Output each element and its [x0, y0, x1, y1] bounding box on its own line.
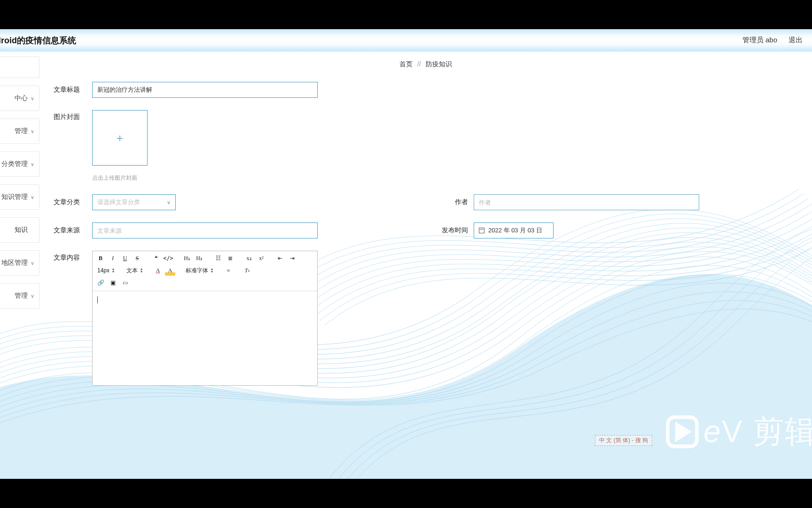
sidebar-item-3[interactable]: 分类管理∨ [0, 151, 39, 177]
italic-icon[interactable]: I [108, 253, 118, 263]
editor-toolbar: B I U S ❝ </> H₁ H₂ ☷ ≣ [93, 251, 317, 291]
label-source: 文章来源 [54, 226, 86, 235]
sidebar-item-7[interactable]: 管理∨ [0, 283, 39, 309]
cover-hint: 点击上传图片封面 [92, 174, 148, 182]
font-color-icon[interactable]: A [153, 265, 163, 276]
chevron-down-icon: ∨ [167, 199, 171, 206]
sidebar-item-2[interactable]: 管理∨ [0, 119, 39, 144]
label-cover: 图片封面 [54, 110, 86, 121]
bg-color-icon[interactable]: A [165, 265, 175, 276]
app-title: ndroid的疫情信息系统 [0, 35, 76, 46]
sidebar: ∨ 中心∨ 管理∨ 分类管理∨ 知识管理∨ 知识∨ 地区管理∨ 管理∨ [0, 52, 39, 479]
breadcrumb-current: 防疫知识 [426, 60, 452, 68]
label-category: 文章分类 [54, 198, 86, 206]
text-type-select[interactable]: 文本 ▴▾ [125, 265, 144, 276]
ul-icon[interactable]: ≣ [225, 253, 235, 263]
align-icon[interactable]: ≡ [223, 265, 234, 276]
label-publish: 发布时间 [440, 226, 468, 235]
ime-indicator: 中 文 (简 体) - 搜 狗 [595, 435, 652, 446]
label-title: 文章标题 [54, 86, 86, 94]
header-bar: ndroid的疫情信息系统 管理员 abo 退出 [0, 29, 812, 52]
category-select[interactable]: 请选择文章分类 ∨ [92, 194, 176, 210]
title-input[interactable] [92, 82, 318, 98]
underline-icon[interactable]: U [120, 253, 130, 263]
breadcrumb: 首页 // 防疫知识 [54, 60, 798, 69]
outdent-icon[interactable]: ⇤ [275, 253, 285, 263]
editor-content[interactable] [93, 291, 317, 385]
h2-icon[interactable]: H₂ [194, 253, 204, 263]
bold-icon[interactable]: B [95, 253, 106, 263]
play-icon [670, 418, 695, 445]
label-content: 文章内容 [54, 251, 86, 262]
h1-icon[interactable]: H₁ [182, 253, 192, 263]
indent-icon[interactable]: ⇥ [287, 253, 297, 263]
watermark: eV 剪辑 [666, 411, 812, 453]
subscript-icon[interactable]: x₂ [244, 253, 254, 263]
video-icon[interactable]: ▭ [120, 278, 130, 288]
image-icon[interactable]: ▣ [108, 278, 118, 288]
clear-format-icon[interactable]: Tx [242, 265, 252, 276]
sidebar-item-1[interactable]: 中心∨ [0, 86, 39, 111]
plus-icon: ＋ [114, 130, 125, 145]
rich-text-editor: B I U S ❝ </> H₁ H₂ ☷ ≣ [92, 251, 318, 386]
sidebar-item-0[interactable]: ∨ [0, 56, 39, 78]
link-icon[interactable]: 🔗 [95, 278, 106, 288]
admin-user-label[interactable]: 管理员 abo [742, 36, 777, 45]
logout-link[interactable]: 退出 [789, 36, 803, 45]
ol-icon[interactable]: ☷ [213, 253, 223, 263]
font-size-select[interactable]: 14px ▴▾ [95, 265, 116, 276]
publish-date-picker[interactable]: 2022 年 03 月 03 日 [474, 222, 554, 238]
code-icon[interactable]: </> [163, 253, 173, 263]
breadcrumb-home[interactable]: 首页 [399, 60, 413, 68]
calendar-icon [479, 228, 484, 233]
superscript-icon[interactable]: x² [256, 253, 266, 263]
category-placeholder: 请选择文章分类 [97, 198, 140, 206]
font-family-select[interactable]: 标准字体 ▴▾ [184, 265, 215, 276]
quote-icon[interactable]: ❝ [151, 253, 161, 263]
source-input[interactable] [92, 222, 318, 238]
breadcrumb-sep: // [417, 60, 421, 68]
sidebar-item-5[interactable]: 知识∨ [0, 217, 39, 243]
publish-date-value: 2022 年 03 月 03 日 [488, 226, 542, 235]
cover-upload[interactable]: ＋ [92, 110, 148, 166]
strike-icon[interactable]: S [132, 253, 142, 263]
label-author: 作者 [440, 198, 468, 206]
author-input[interactable] [474, 194, 699, 210]
sidebar-item-6[interactable]: 地区管理∨ [0, 250, 39, 276]
sidebar-item-4[interactable]: 知识管理∨ [0, 184, 39, 210]
